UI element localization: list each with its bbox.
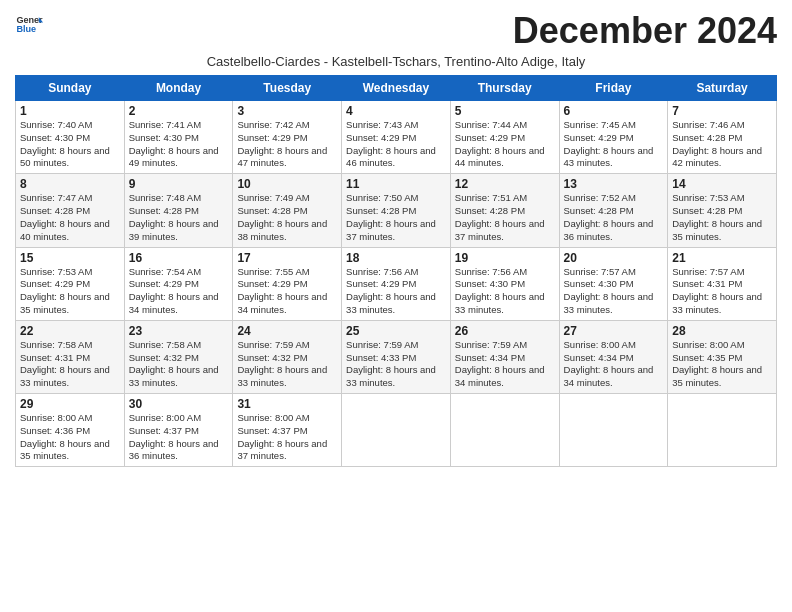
calendar-cell: 21Sunrise: 7:57 AMSunset: 4:31 PMDayligh… (668, 247, 777, 320)
calendar-cell: 10Sunrise: 7:49 AMSunset: 4:28 PMDayligh… (233, 174, 342, 247)
calendar-cell: 16Sunrise: 7:54 AMSunset: 4:29 PMDayligh… (124, 247, 233, 320)
calendar-cell: 30Sunrise: 8:00 AMSunset: 4:37 PMDayligh… (124, 394, 233, 467)
day-info: Sunrise: 7:50 AMSunset: 4:28 PMDaylight:… (346, 192, 446, 243)
day-number: 11 (346, 177, 446, 191)
calendar-cell: 9Sunrise: 7:48 AMSunset: 4:28 PMDaylight… (124, 174, 233, 247)
calendar-cell: 17Sunrise: 7:55 AMSunset: 4:29 PMDayligh… (233, 247, 342, 320)
weekday-header-thursday: Thursday (450, 76, 559, 101)
day-number: 19 (455, 251, 555, 265)
day-info: Sunrise: 7:55 AMSunset: 4:29 PMDaylight:… (237, 266, 337, 317)
day-info: Sunrise: 7:53 AMSunset: 4:29 PMDaylight:… (20, 266, 120, 317)
calendar-cell: 29Sunrise: 8:00 AMSunset: 4:36 PMDayligh… (16, 394, 125, 467)
calendar-cell (668, 394, 777, 467)
day-number: 30 (129, 397, 229, 411)
calendar-cell: 23Sunrise: 7:58 AMSunset: 4:32 PMDayligh… (124, 320, 233, 393)
day-number: 4 (346, 104, 446, 118)
day-info: Sunrise: 7:56 AMSunset: 4:30 PMDaylight:… (455, 266, 555, 317)
calendar-cell: 24Sunrise: 7:59 AMSunset: 4:32 PMDayligh… (233, 320, 342, 393)
svg-text:Blue: Blue (16, 24, 36, 34)
day-number: 27 (564, 324, 664, 338)
calendar-cell: 8Sunrise: 7:47 AMSunset: 4:28 PMDaylight… (16, 174, 125, 247)
day-number: 24 (237, 324, 337, 338)
calendar-cell: 20Sunrise: 7:57 AMSunset: 4:30 PMDayligh… (559, 247, 668, 320)
day-info: Sunrise: 8:00 AMSunset: 4:36 PMDaylight:… (20, 412, 120, 463)
day-info: Sunrise: 7:44 AMSunset: 4:29 PMDaylight:… (455, 119, 555, 170)
day-info: Sunrise: 7:57 AMSunset: 4:31 PMDaylight:… (672, 266, 772, 317)
day-info: Sunrise: 7:54 AMSunset: 4:29 PMDaylight:… (129, 266, 229, 317)
day-number: 31 (237, 397, 337, 411)
calendar-cell: 26Sunrise: 7:59 AMSunset: 4:34 PMDayligh… (450, 320, 559, 393)
day-info: Sunrise: 8:00 AMSunset: 4:37 PMDaylight:… (237, 412, 337, 463)
day-number: 26 (455, 324, 555, 338)
day-info: Sunrise: 7:57 AMSunset: 4:30 PMDaylight:… (564, 266, 664, 317)
day-number: 28 (672, 324, 772, 338)
day-number: 18 (346, 251, 446, 265)
header: General Blue December 2024 (15, 10, 777, 52)
day-info: Sunrise: 7:58 AMSunset: 4:31 PMDaylight:… (20, 339, 120, 390)
calendar-cell (450, 394, 559, 467)
day-number: 2 (129, 104, 229, 118)
day-info: Sunrise: 7:43 AMSunset: 4:29 PMDaylight:… (346, 119, 446, 170)
day-number: 10 (237, 177, 337, 191)
day-info: Sunrise: 8:00 AMSunset: 4:37 PMDaylight:… (129, 412, 229, 463)
day-info: Sunrise: 7:49 AMSunset: 4:28 PMDaylight:… (237, 192, 337, 243)
day-number: 7 (672, 104, 772, 118)
weekday-header-wednesday: Wednesday (342, 76, 451, 101)
day-number: 12 (455, 177, 555, 191)
calendar-cell: 5Sunrise: 7:44 AMSunset: 4:29 PMDaylight… (450, 101, 559, 174)
calendar-cell: 28Sunrise: 8:00 AMSunset: 4:35 PMDayligh… (668, 320, 777, 393)
day-number: 6 (564, 104, 664, 118)
day-number: 22 (20, 324, 120, 338)
day-info: Sunrise: 7:45 AMSunset: 4:29 PMDaylight:… (564, 119, 664, 170)
day-number: 14 (672, 177, 772, 191)
calendar-cell: 12Sunrise: 7:51 AMSunset: 4:28 PMDayligh… (450, 174, 559, 247)
day-info: Sunrise: 7:59 AMSunset: 4:33 PMDaylight:… (346, 339, 446, 390)
day-info: Sunrise: 7:58 AMSunset: 4:32 PMDaylight:… (129, 339, 229, 390)
calendar-cell: 13Sunrise: 7:52 AMSunset: 4:28 PMDayligh… (559, 174, 668, 247)
day-info: Sunrise: 7:46 AMSunset: 4:28 PMDaylight:… (672, 119, 772, 170)
calendar-cell: 27Sunrise: 8:00 AMSunset: 4:34 PMDayligh… (559, 320, 668, 393)
day-number: 15 (20, 251, 120, 265)
day-number: 5 (455, 104, 555, 118)
calendar-cell (559, 394, 668, 467)
day-info: Sunrise: 7:47 AMSunset: 4:28 PMDaylight:… (20, 192, 120, 243)
day-number: 21 (672, 251, 772, 265)
day-info: Sunrise: 7:40 AMSunset: 4:30 PMDaylight:… (20, 119, 120, 170)
calendar-cell: 6Sunrise: 7:45 AMSunset: 4:29 PMDaylight… (559, 101, 668, 174)
day-info: Sunrise: 8:00 AMSunset: 4:34 PMDaylight:… (564, 339, 664, 390)
day-info: Sunrise: 7:42 AMSunset: 4:29 PMDaylight:… (237, 119, 337, 170)
weekday-header-monday: Monday (124, 76, 233, 101)
weekday-header-sunday: Sunday (16, 76, 125, 101)
weekday-header-saturday: Saturday (668, 76, 777, 101)
calendar-cell: 22Sunrise: 7:58 AMSunset: 4:31 PMDayligh… (16, 320, 125, 393)
calendar-table: SundayMondayTuesdayWednesdayThursdayFrid… (15, 75, 777, 467)
calendar-cell: 1Sunrise: 7:40 AMSunset: 4:30 PMDaylight… (16, 101, 125, 174)
calendar-cell: 7Sunrise: 7:46 AMSunset: 4:28 PMDaylight… (668, 101, 777, 174)
day-info: Sunrise: 7:56 AMSunset: 4:29 PMDaylight:… (346, 266, 446, 317)
day-number: 29 (20, 397, 120, 411)
calendar-cell: 4Sunrise: 7:43 AMSunset: 4:29 PMDaylight… (342, 101, 451, 174)
day-info: Sunrise: 7:48 AMSunset: 4:28 PMDaylight:… (129, 192, 229, 243)
month-title: December 2024 (513, 10, 777, 52)
calendar-cell: 11Sunrise: 7:50 AMSunset: 4:28 PMDayligh… (342, 174, 451, 247)
calendar-cell (342, 394, 451, 467)
day-info: Sunrise: 7:52 AMSunset: 4:28 PMDaylight:… (564, 192, 664, 243)
subtitle: Castelbello-Ciardes - Kastelbell-Tschars… (15, 54, 777, 69)
calendar-cell: 31Sunrise: 8:00 AMSunset: 4:37 PMDayligh… (233, 394, 342, 467)
day-info: Sunrise: 7:51 AMSunset: 4:28 PMDaylight:… (455, 192, 555, 243)
day-number: 17 (237, 251, 337, 265)
logo-icon: General Blue (15, 10, 43, 38)
calendar-cell: 25Sunrise: 7:59 AMSunset: 4:33 PMDayligh… (342, 320, 451, 393)
day-info: Sunrise: 7:59 AMSunset: 4:34 PMDaylight:… (455, 339, 555, 390)
day-number: 13 (564, 177, 664, 191)
calendar-cell: 3Sunrise: 7:42 AMSunset: 4:29 PMDaylight… (233, 101, 342, 174)
day-number: 8 (20, 177, 120, 191)
day-number: 25 (346, 324, 446, 338)
day-number: 20 (564, 251, 664, 265)
calendar-cell: 2Sunrise: 7:41 AMSunset: 4:30 PMDaylight… (124, 101, 233, 174)
day-number: 1 (20, 104, 120, 118)
day-number: 3 (237, 104, 337, 118)
calendar-cell: 19Sunrise: 7:56 AMSunset: 4:30 PMDayligh… (450, 247, 559, 320)
day-info: Sunrise: 8:00 AMSunset: 4:35 PMDaylight:… (672, 339, 772, 390)
weekday-header-friday: Friday (559, 76, 668, 101)
